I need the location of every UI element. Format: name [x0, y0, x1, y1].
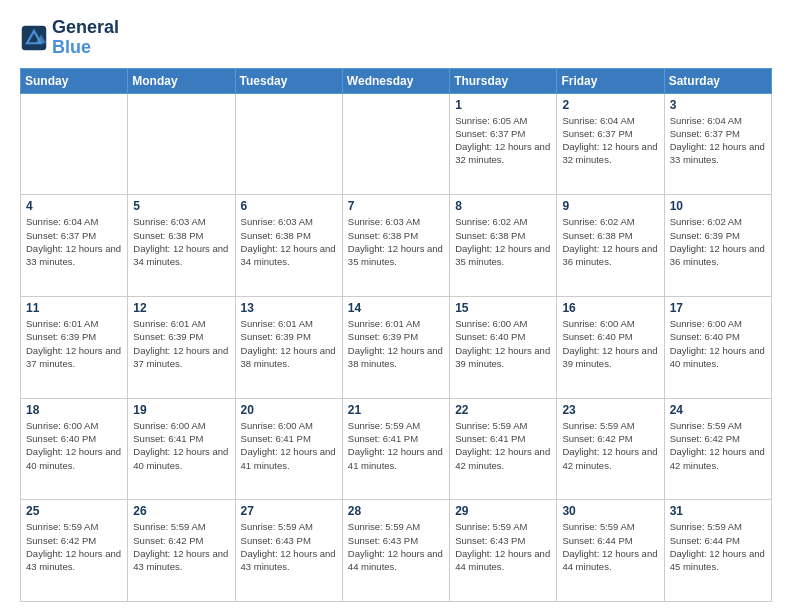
calendar-cell	[21, 93, 128, 195]
calendar-cell: 10Sunrise: 6:02 AM Sunset: 6:39 PM Dayli…	[664, 195, 771, 297]
day-info: Sunrise: 6:01 AM Sunset: 6:39 PM Dayligh…	[348, 317, 444, 370]
logo-text: General Blue	[52, 18, 119, 58]
logo-icon	[20, 24, 48, 52]
day-number: 1	[455, 98, 551, 112]
week-row-2: 4Sunrise: 6:04 AM Sunset: 6:37 PM Daylig…	[21, 195, 772, 297]
day-info: Sunrise: 6:01 AM Sunset: 6:39 PM Dayligh…	[241, 317, 337, 370]
day-info: Sunrise: 6:03 AM Sunset: 6:38 PM Dayligh…	[348, 215, 444, 268]
day-number: 28	[348, 504, 444, 518]
calendar-cell: 1Sunrise: 6:05 AM Sunset: 6:37 PM Daylig…	[450, 93, 557, 195]
day-number: 17	[670, 301, 766, 315]
calendar-cell: 15Sunrise: 6:00 AM Sunset: 6:40 PM Dayli…	[450, 296, 557, 398]
day-number: 31	[670, 504, 766, 518]
week-row-1: 1Sunrise: 6:05 AM Sunset: 6:37 PM Daylig…	[21, 93, 772, 195]
day-info: Sunrise: 6:04 AM Sunset: 6:37 PM Dayligh…	[670, 114, 766, 167]
calendar-cell: 29Sunrise: 5:59 AM Sunset: 6:43 PM Dayli…	[450, 500, 557, 602]
day-info: Sunrise: 6:04 AM Sunset: 6:37 PM Dayligh…	[26, 215, 122, 268]
day-number: 15	[455, 301, 551, 315]
day-info: Sunrise: 6:05 AM Sunset: 6:37 PM Dayligh…	[455, 114, 551, 167]
calendar-cell: 13Sunrise: 6:01 AM Sunset: 6:39 PM Dayli…	[235, 296, 342, 398]
day-number: 12	[133, 301, 229, 315]
calendar-cell: 24Sunrise: 5:59 AM Sunset: 6:42 PM Dayli…	[664, 398, 771, 500]
day-info: Sunrise: 6:00 AM Sunset: 6:41 PM Dayligh…	[133, 419, 229, 472]
calendar-cell: 3Sunrise: 6:04 AM Sunset: 6:37 PM Daylig…	[664, 93, 771, 195]
day-info: Sunrise: 6:03 AM Sunset: 6:38 PM Dayligh…	[241, 215, 337, 268]
day-number: 13	[241, 301, 337, 315]
day-number: 25	[26, 504, 122, 518]
day-number: 3	[670, 98, 766, 112]
day-info: Sunrise: 6:00 AM Sunset: 6:40 PM Dayligh…	[670, 317, 766, 370]
calendar-cell: 21Sunrise: 5:59 AM Sunset: 6:41 PM Dayli…	[342, 398, 449, 500]
page: General Blue SundayMondayTuesdayWednesda…	[0, 0, 792, 612]
day-number: 24	[670, 403, 766, 417]
day-number: 14	[348, 301, 444, 315]
header: General Blue	[20, 18, 772, 58]
day-number: 27	[241, 504, 337, 518]
day-info: Sunrise: 6:02 AM Sunset: 6:38 PM Dayligh…	[562, 215, 658, 268]
weekday-header-friday: Friday	[557, 68, 664, 93]
day-number: 23	[562, 403, 658, 417]
calendar-cell: 26Sunrise: 5:59 AM Sunset: 6:42 PM Dayli…	[128, 500, 235, 602]
calendar-cell: 22Sunrise: 5:59 AM Sunset: 6:41 PM Dayli…	[450, 398, 557, 500]
calendar-cell: 9Sunrise: 6:02 AM Sunset: 6:38 PM Daylig…	[557, 195, 664, 297]
calendar-cell: 7Sunrise: 6:03 AM Sunset: 6:38 PM Daylig…	[342, 195, 449, 297]
day-info: Sunrise: 6:00 AM Sunset: 6:40 PM Dayligh…	[26, 419, 122, 472]
day-info: Sunrise: 5:59 AM Sunset: 6:41 PM Dayligh…	[455, 419, 551, 472]
calendar-cell: 18Sunrise: 6:00 AM Sunset: 6:40 PM Dayli…	[21, 398, 128, 500]
day-info: Sunrise: 6:01 AM Sunset: 6:39 PM Dayligh…	[133, 317, 229, 370]
calendar-cell: 27Sunrise: 5:59 AM Sunset: 6:43 PM Dayli…	[235, 500, 342, 602]
day-info: Sunrise: 5:59 AM Sunset: 6:43 PM Dayligh…	[241, 520, 337, 573]
day-number: 11	[26, 301, 122, 315]
calendar-cell: 23Sunrise: 5:59 AM Sunset: 6:42 PM Dayli…	[557, 398, 664, 500]
day-number: 20	[241, 403, 337, 417]
day-number: 21	[348, 403, 444, 417]
weekday-header-sunday: Sunday	[21, 68, 128, 93]
week-row-5: 25Sunrise: 5:59 AM Sunset: 6:42 PM Dayli…	[21, 500, 772, 602]
calendar-cell: 16Sunrise: 6:00 AM Sunset: 6:40 PM Dayli…	[557, 296, 664, 398]
weekday-header-monday: Monday	[128, 68, 235, 93]
day-number: 16	[562, 301, 658, 315]
calendar-cell: 25Sunrise: 5:59 AM Sunset: 6:42 PM Dayli…	[21, 500, 128, 602]
calendar-cell: 28Sunrise: 5:59 AM Sunset: 6:43 PM Dayli…	[342, 500, 449, 602]
weekday-header-wednesday: Wednesday	[342, 68, 449, 93]
day-info: Sunrise: 5:59 AM Sunset: 6:42 PM Dayligh…	[562, 419, 658, 472]
calendar-cell: 4Sunrise: 6:04 AM Sunset: 6:37 PM Daylig…	[21, 195, 128, 297]
calendar-table: SundayMondayTuesdayWednesdayThursdayFrid…	[20, 68, 772, 602]
day-number: 29	[455, 504, 551, 518]
day-info: Sunrise: 5:59 AM Sunset: 6:44 PM Dayligh…	[562, 520, 658, 573]
day-number: 10	[670, 199, 766, 213]
calendar-cell: 12Sunrise: 6:01 AM Sunset: 6:39 PM Dayli…	[128, 296, 235, 398]
day-info: Sunrise: 5:59 AM Sunset: 6:43 PM Dayligh…	[455, 520, 551, 573]
logo: General Blue	[20, 18, 119, 58]
day-number: 8	[455, 199, 551, 213]
day-number: 7	[348, 199, 444, 213]
calendar-cell: 11Sunrise: 6:01 AM Sunset: 6:39 PM Dayli…	[21, 296, 128, 398]
calendar-cell: 6Sunrise: 6:03 AM Sunset: 6:38 PM Daylig…	[235, 195, 342, 297]
calendar-cell: 14Sunrise: 6:01 AM Sunset: 6:39 PM Dayli…	[342, 296, 449, 398]
day-info: Sunrise: 6:04 AM Sunset: 6:37 PM Dayligh…	[562, 114, 658, 167]
day-info: Sunrise: 6:01 AM Sunset: 6:39 PM Dayligh…	[26, 317, 122, 370]
day-info: Sunrise: 5:59 AM Sunset: 6:42 PM Dayligh…	[26, 520, 122, 573]
day-number: 9	[562, 199, 658, 213]
day-number: 30	[562, 504, 658, 518]
day-number: 22	[455, 403, 551, 417]
week-row-3: 11Sunrise: 6:01 AM Sunset: 6:39 PM Dayli…	[21, 296, 772, 398]
calendar-cell	[342, 93, 449, 195]
day-info: Sunrise: 6:00 AM Sunset: 6:41 PM Dayligh…	[241, 419, 337, 472]
day-number: 19	[133, 403, 229, 417]
calendar-cell	[235, 93, 342, 195]
day-number: 4	[26, 199, 122, 213]
day-info: Sunrise: 6:00 AM Sunset: 6:40 PM Dayligh…	[455, 317, 551, 370]
day-info: Sunrise: 5:59 AM Sunset: 6:43 PM Dayligh…	[348, 520, 444, 573]
day-info: Sunrise: 6:00 AM Sunset: 6:40 PM Dayligh…	[562, 317, 658, 370]
week-row-4: 18Sunrise: 6:00 AM Sunset: 6:40 PM Dayli…	[21, 398, 772, 500]
day-info: Sunrise: 5:59 AM Sunset: 6:42 PM Dayligh…	[133, 520, 229, 573]
calendar-cell	[128, 93, 235, 195]
calendar-cell: 19Sunrise: 6:00 AM Sunset: 6:41 PM Dayli…	[128, 398, 235, 500]
day-info: Sunrise: 5:59 AM Sunset: 6:41 PM Dayligh…	[348, 419, 444, 472]
calendar-cell: 30Sunrise: 5:59 AM Sunset: 6:44 PM Dayli…	[557, 500, 664, 602]
day-number: 26	[133, 504, 229, 518]
day-number: 5	[133, 199, 229, 213]
calendar-cell: 8Sunrise: 6:02 AM Sunset: 6:38 PM Daylig…	[450, 195, 557, 297]
day-number: 18	[26, 403, 122, 417]
